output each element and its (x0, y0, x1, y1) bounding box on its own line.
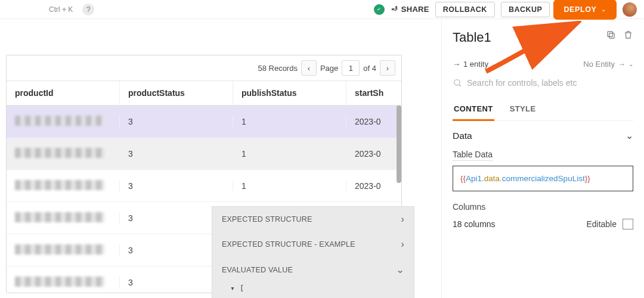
table-data-input[interactable]: {{Api1.data.commercializedSpuList}} (453, 166, 633, 191)
next-page-button[interactable]: › (380, 60, 395, 76)
code-api: Api1. (466, 174, 484, 183)
cell-productId (15, 277, 104, 287)
code-open-braces: {{ (460, 174, 466, 183)
chevron-down-icon: ⌄ (628, 61, 633, 67)
field-label-table-data: Table Data (453, 150, 493, 161)
prev-page-button[interactable]: ‹ (301, 60, 317, 76)
column-header-productStatus[interactable]: productStatus (120, 81, 233, 105)
cell-productStatus: 3 (120, 149, 233, 159)
help-icon[interactable]: ? (82, 4, 94, 15)
arrow-right-icon: → (453, 60, 460, 69)
search-placeholder: Search for controls, labels etc (467, 78, 577, 88)
table-row[interactable]: 3 1 2023-0 (7, 105, 401, 138)
delete-icon[interactable] (623, 30, 633, 40)
popup-evaluated-content: ▾ [ (212, 283, 414, 298)
svg-rect-1 (609, 33, 614, 38)
code-close-braces: }} (585, 174, 590, 183)
property-tabs: CONTENT STYLE (453, 101, 633, 121)
svg-rect-2 (608, 32, 613, 37)
chevron-right-icon: › (401, 213, 404, 225)
chevron-down-icon: ⌄ (626, 131, 633, 141)
column-header-productId[interactable]: productId (7, 81, 120, 105)
popup-evaluated-value[interactable]: EVALUATED VALUE ⌄ (212, 257, 414, 283)
chevron-right-icon: › (401, 238, 404, 250)
widget-name[interactable]: Table1 (453, 30, 491, 45)
deploy-button[interactable]: DEPLOY ⌄ (556, 2, 614, 17)
copy-icon[interactable] (606, 30, 616, 40)
status-ok-icon (374, 4, 385, 15)
cell-productId (15, 180, 104, 190)
popup-row-label: EXPECTED STRUCTURE (222, 215, 312, 224)
table-toolbar: 58 Records ‹ Page 1 of 4 › (7, 55, 401, 80)
field-label-columns: Columns (453, 202, 633, 212)
property-search[interactable]: Search for controls, labels etc (453, 78, 633, 88)
table-header: productId productStatus publishStatus st… (7, 80, 401, 105)
code-data: data. (484, 174, 502, 183)
rollback-button[interactable]: ROLLBACK (435, 2, 495, 17)
share-button[interactable]: SHARE (391, 5, 429, 14)
page-number: 1 (342, 60, 360, 76)
cell-startSh: 2023-0 (346, 117, 401, 126)
arrow-right-icon: → (618, 60, 626, 69)
columns-count: 18 columns (453, 219, 496, 229)
property-panel: Table1 → 1 entity ⌄ No Entity → ⌄ (441, 19, 644, 298)
cell-publishStatus: 1 (233, 181, 346, 191)
column-header-startSh[interactable]: startSh (346, 81, 401, 105)
table-row[interactable]: 3 1 2023-0 (7, 170, 401, 202)
cell-productStatus: 3 (120, 181, 233, 191)
chevron-down-icon: ⌄ (601, 6, 606, 13)
entity-right-text: No Entity (583, 60, 615, 69)
popup-expected-structure-example[interactable]: EXPECTED STRUCTURE - EXAMPLE › (212, 232, 414, 257)
editable-label: Editable (586, 219, 617, 229)
chevron-down-icon: ⌄ (396, 263, 404, 276)
column-header-publishStatus[interactable]: publishStatus (233, 81, 346, 105)
entity-link-right[interactable]: No Entity → ⌄ (583, 60, 633, 69)
tab-style[interactable]: STYLE (509, 101, 537, 120)
popup-row-label: EVALUATED VALUE (222, 266, 293, 274)
cell-publishStatus: 1 (233, 117, 346, 126)
backup-button[interactable]: BACKUP (501, 2, 550, 17)
popup-row-label: EXPECTED STRUCTURE - EXAMPLE (222, 240, 355, 249)
search-icon (453, 78, 462, 88)
keyboard-shortcut-hint: Ctrl + K (49, 5, 73, 14)
popup-expected-structure[interactable]: EXPECTED STRUCTURE › (212, 207, 414, 232)
evaluation-popup: EXPECTED STRUCTURE › EXPECTED STRUCTURE … (212, 206, 414, 298)
cell-productId (15, 116, 104, 126)
avatar[interactable] (623, 2, 637, 17)
chevron-down-icon: ⌄ (491, 61, 496, 67)
top-toolbar: Ctrl + K ? SHARE ROLLBACK BACKUP DEPLOY … (0, 0, 644, 19)
page-label: Page (320, 64, 338, 73)
code-field: commercializedSpuList (502, 174, 585, 183)
cell-productId (15, 148, 104, 158)
deploy-label: DEPLOY (564, 5, 596, 14)
cell-productId (15, 212, 104, 222)
editable-checkbox[interactable] (623, 219, 633, 229)
page-of: of 4 (363, 64, 376, 73)
svg-point-3 (454, 80, 460, 85)
cell-publishStatus: 1 (233, 149, 346, 159)
canvas-area: 58 Records ‹ Page 1 of 4 › productId pro… (0, 19, 441, 298)
entity-left-text: 1 entity (463, 60, 488, 69)
table-row[interactable]: 3 1 2023-0 (7, 138, 401, 170)
section-title: Data (453, 131, 472, 141)
cell-startSh: 2023-0 (346, 149, 401, 159)
share-label: SHARE (401, 5, 429, 14)
cell-productStatus: 3 (120, 117, 233, 126)
vertical-scrollbar[interactable] (397, 105, 401, 183)
svg-line-4 (459, 85, 461, 86)
cell-startSh: 2023-0 (346, 181, 401, 191)
section-data-header[interactable]: Data ⌄ (453, 131, 633, 141)
tab-content[interactable]: CONTENT (453, 101, 494, 121)
records-count: 58 Records (258, 64, 297, 73)
entity-link-left[interactable]: → 1 entity ⌄ (453, 60, 496, 69)
cell-productId (15, 244, 104, 254)
